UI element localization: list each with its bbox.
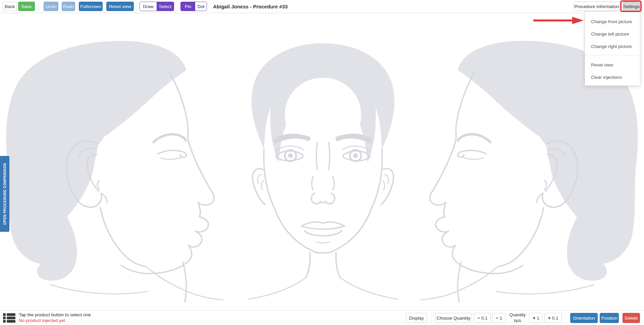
plus-icon: + [533,315,535,321]
choose-quantity-button[interactable]: Choose Quantity [435,313,472,323]
quantity-value: N/A [508,318,527,324]
open-procedure-comparison-tab[interactable]: OPEN PROCEDURE COMPARISON [0,156,9,232]
redo-button[interactable]: Redo [62,2,75,11]
fullscreen-button[interactable]: Fullscreen [79,2,103,11]
decrease-quantity-big-button[interactable]: −1 [492,313,506,323]
left-profile-face[interactable] [0,38,225,322]
decrease-small-value: 0.1 [481,316,488,321]
menu-item-clear-injections[interactable]: Clear injections [585,71,640,84]
injection-canvas[interactable] [0,13,644,310]
decrease-quantity-small-button[interactable]: −0.1 [474,313,491,323]
no-product-warning-text: No product injected yet [19,318,65,323]
front-face-illustration [244,38,402,322]
page-title: Abigail Joness - Procedure #33 [213,0,288,13]
increase-small-value: 0.1 [552,316,558,321]
settings-button[interactable]: Settings [623,2,640,11]
menu-divider [585,55,640,55]
pin-toggle[interactable]: Pin [181,2,195,11]
procedure-information-button[interactable]: Procedure Information [574,2,620,11]
pin-dot-toggle: Pin Dot [180,2,207,11]
product-list-icon[interactable] [3,313,16,323]
product-hint-text: Tap the product button to select one [19,312,91,317]
footer-separator [431,313,432,323]
menu-item-change-right-picture[interactable]: Change right picture [585,40,640,53]
increase-big-value: 1 [537,316,539,321]
position-button[interactable]: Position [600,313,619,323]
left-profile-face-illustration [0,38,225,322]
undo-button[interactable]: Undo [44,2,58,11]
decrease-big-value: 1 [500,316,502,321]
plus-icon: + [548,315,551,321]
display-button[interactable]: Display [406,313,427,323]
quantity-display: Quantity N/A [508,312,527,324]
minus-icon: − [477,315,480,321]
settings-dropdown-menu: Change front picture Change left picture… [585,11,640,86]
quantity-label: Quantity [508,312,527,318]
orientation-button[interactable]: Orientation [570,313,598,323]
reset-view-button[interactable]: Reset view [106,2,134,11]
minus-icon: − [496,315,498,321]
menu-item-change-front-picture[interactable]: Change front picture [585,15,640,28]
open-procedure-comparison-label: OPEN PROCEDURE COMPARISON [3,163,7,225]
save-button[interactable]: Save [18,2,35,11]
increase-quantity-small-button[interactable]: +0.1 [544,313,562,323]
toolbar-separator [177,1,177,11]
select-toggle[interactable]: Select [157,2,174,11]
increase-quantity-big-button[interactable]: +1 [529,313,543,323]
delete-button[interactable]: Delete [623,313,640,323]
toolbar-separator [39,1,39,11]
bottom-bar: Tap the product button to select one No … [0,310,644,325]
toolbar-separator [137,1,137,11]
draw-select-toggle: Draw Select [140,2,174,11]
back-button[interactable]: Back [3,2,17,11]
menu-item-change-left-picture[interactable]: Change left picture [585,28,640,40]
menu-item-reset-view[interactable]: Reset view [585,59,640,71]
front-face[interactable] [244,38,402,322]
draw-toggle[interactable]: Draw [140,2,157,11]
toolbar: Back Save Undo Redo Fullscreen Reset vie… [0,0,644,13]
dot-toggle[interactable]: Dot [195,2,207,11]
